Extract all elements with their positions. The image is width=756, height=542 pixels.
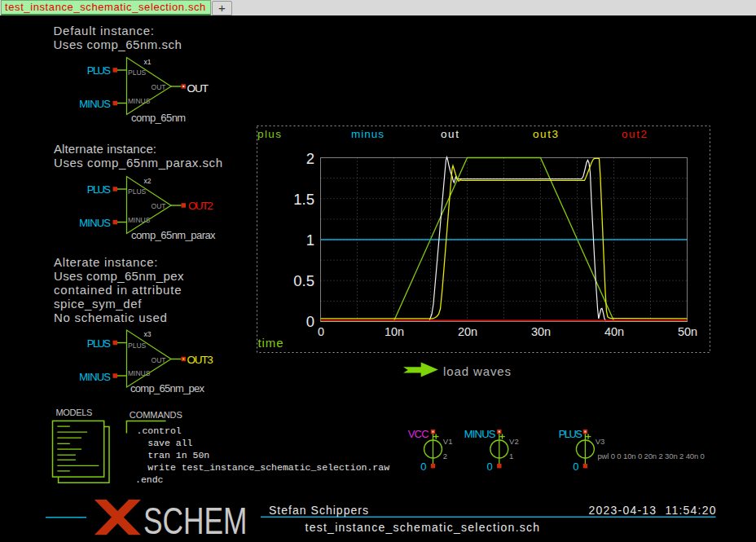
svg-text:Uses comp_65nm_pex: Uses comp_65nm_pex: [54, 269, 184, 283]
svg-text:30n: 30n: [531, 325, 551, 338]
svg-text:Alternate instance:: Alternate instance:: [54, 142, 156, 156]
svg-text:Alterate instance:: Alterate instance:: [54, 255, 157, 269]
svg-text:out: out: [441, 128, 459, 140]
svg-text:PLUS: PLUS: [559, 428, 583, 440]
svg-text:No schematic used: No schematic used: [54, 311, 167, 324]
svg-text:SCHEM: SCHEM: [143, 499, 247, 542]
svg-text:0.5: 0.5: [293, 272, 314, 289]
svg-text:OUT2: OUT2: [188, 200, 213, 212]
svg-text:pwl 0 0 10n 0 20n 2 30n 2 40n: pwl 0 0 10n 0 20n 2 30n 2 40n 0: [597, 452, 705, 460]
svg-text:2: 2: [443, 452, 447, 460]
svg-text:minus: minus: [351, 128, 384, 140]
svg-text:Uses comp_65nm_parax.sch: Uses comp_65nm_parax.sch: [54, 156, 222, 170]
svg-text:OUT: OUT: [187, 82, 209, 95]
svg-text:V1: V1: [443, 437, 453, 446]
svg-text:time: time: [258, 336, 284, 350]
svg-text:.control: .control: [137, 425, 182, 436]
svg-text:write test_instance_schematic_: write test_instance_schematic_selection.…: [147, 462, 389, 473]
svg-text:x3: x3: [144, 330, 152, 338]
svg-text:Uses comp_65nm.sch: Uses comp_65nm.sch: [54, 37, 182, 51]
svg-text:comp_65nm: comp_65nm: [131, 112, 186, 124]
svg-text:V3: V3: [596, 437, 605, 446]
svg-text:Stefan Schippers: Stefan Schippers: [269, 504, 368, 517]
svg-text:save all: save all: [147, 438, 192, 448]
svg-text:comp_65nm_parax: comp_65nm_parax: [131, 229, 216, 241]
svg-text:test_instance_schematic_select: test_instance_schematic_selection.sch: [305, 521, 540, 534]
svg-text:load waves: load waves: [443, 364, 511, 378]
svg-text:x1: x1: [144, 58, 152, 66]
svg-text:MINUS: MINUS: [464, 428, 496, 440]
svg-text:comp_65nm_pex: comp_65nm_pex: [130, 382, 205, 394]
svg-text:VCC: VCC: [408, 428, 429, 440]
svg-text:spice_sym_def: spice_sym_def: [54, 297, 142, 311]
svg-text:x2: x2: [144, 177, 152, 185]
svg-text:1.5: 1.5: [293, 191, 314, 208]
svg-text:20n: 20n: [458, 325, 477, 338]
svg-text:COMMANDS: COMMANDS: [130, 410, 182, 420]
svg-text:Default instance:: Default instance:: [54, 24, 154, 37]
svg-text:.endc: .endc: [135, 474, 164, 485]
svg-text:contained in attribute: contained in attribute: [54, 283, 182, 297]
svg-text:10n: 10n: [385, 325, 404, 338]
svg-text:1: 1: [509, 452, 513, 460]
svg-text:2: 2: [306, 150, 314, 167]
svg-text:plus: plus: [257, 128, 281, 140]
svg-text:OUT3: OUT3: [187, 354, 213, 366]
svg-text:50n: 50n: [678, 325, 697, 338]
svg-text:2023-04-13 11:54:20: 2023-04-13 11:54:20: [589, 504, 716, 517]
svg-text:out3: out3: [533, 128, 558, 140]
svg-text:out2: out2: [622, 128, 647, 140]
svg-text:0: 0: [318, 325, 324, 338]
svg-text:MODELS: MODELS: [55, 408, 92, 417]
svg-text:V2: V2: [509, 437, 519, 446]
svg-text:1: 1: [306, 231, 314, 249]
svg-text:0: 0: [306, 313, 314, 330]
svg-text:40n: 40n: [604, 325, 624, 338]
svg-text:tran 1n 50n: tran 1n 50n: [147, 450, 209, 460]
